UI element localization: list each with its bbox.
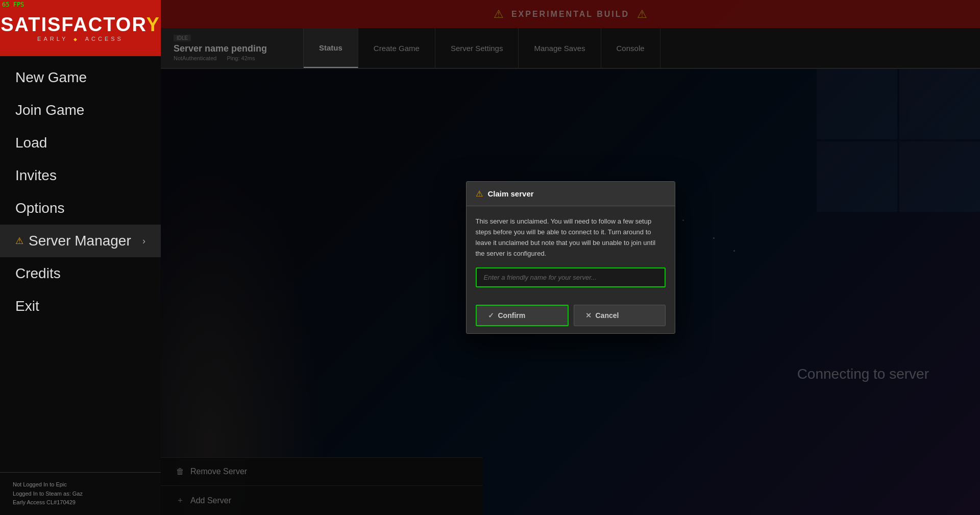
nav-item-join-game[interactable]: Join Game: [0, 94, 161, 127]
nav-item-options[interactable]: Options: [0, 192, 161, 225]
arrow-right-icon: ›: [142, 236, 145, 247]
logo: SATISFACTORY EARLY ◆ ACCESS: [1, 15, 160, 42]
nav-label-exit: Exit: [15, 298, 39, 314]
nav-item-invites[interactable]: Invites: [0, 159, 161, 192]
nav-label-options: Options: [15, 200, 65, 216]
nav-item-load[interactable]: Load: [0, 127, 161, 159]
dialog-header: ⚠ Claim server: [467, 182, 675, 206]
footer-line2: Logged In to Steam as: Gaz: [13, 489, 148, 499]
modal-overlay: ⚠ Claim server This server is unclaimed.…: [161, 0, 980, 515]
x-icon: ✕: [585, 311, 592, 320]
fps-counter: 65 FPS: [0, 0, 26, 9]
footer-line1: Not Logged In to Epic: [13, 480, 148, 489]
dialog-body-text: This server is unclaimed. You will need …: [476, 216, 666, 259]
dialog-title: Claim server: [488, 189, 534, 198]
nav-item-exit[interactable]: Exit: [0, 290, 161, 323]
nav-item-server-manager[interactable]: ⚠ Server Manager ›: [0, 225, 161, 257]
claim-dialog: ⚠ Claim server This server is unclaimed.…: [466, 181, 675, 333]
nav-label-credits: Credits: [15, 265, 61, 282]
nav-item-credits[interactable]: Credits: [0, 257, 161, 290]
confirm-label: Confirm: [498, 311, 526, 320]
warning-icon-server-manager: ⚠: [15, 235, 23, 247]
logo-subtitle: EARLY ◆ ACCESS: [1, 36, 160, 42]
nav-label-server-manager: Server Manager: [29, 233, 131, 249]
dialog-body: This server is unclaimed. You will need …: [467, 206, 675, 297]
checkmark-icon: ✓: [488, 311, 494, 320]
nav-label-new-game: New Game: [15, 69, 87, 86]
logo-title: SATISFACTORY: [1, 15, 160, 34]
server-name-input[interactable]: [476, 267, 666, 287]
main-content: ⚠ EXPERIMENTAL BUILD ⚠ Idle Server name …: [161, 0, 980, 515]
confirm-button[interactable]: ✓ Confirm: [476, 305, 569, 326]
nav-item-new-game[interactable]: New Game: [0, 61, 161, 94]
cancel-button[interactable]: ✕ Cancel: [574, 305, 666, 326]
footer-line3: Early Access CL#170429: [13, 498, 148, 507]
dialog-warning-icon: ⚠: [476, 189, 483, 199]
nav-label-join-game: Join Game: [15, 102, 84, 118]
nav-label-load: Load: [15, 135, 47, 151]
sidebar: SATISFACTORY EARLY ◆ ACCESS New Game Joi…: [0, 0, 161, 515]
cancel-label: Cancel: [596, 311, 619, 320]
nav-menu: New Game Join Game Load Invites Options …: [0, 56, 161, 472]
nav-label-invites: Invites: [15, 167, 57, 184]
dialog-footer: ✓ Confirm ✕ Cancel: [467, 298, 675, 333]
footer-info: Not Logged In to Epic Logged In to Steam…: [0, 472, 161, 515]
